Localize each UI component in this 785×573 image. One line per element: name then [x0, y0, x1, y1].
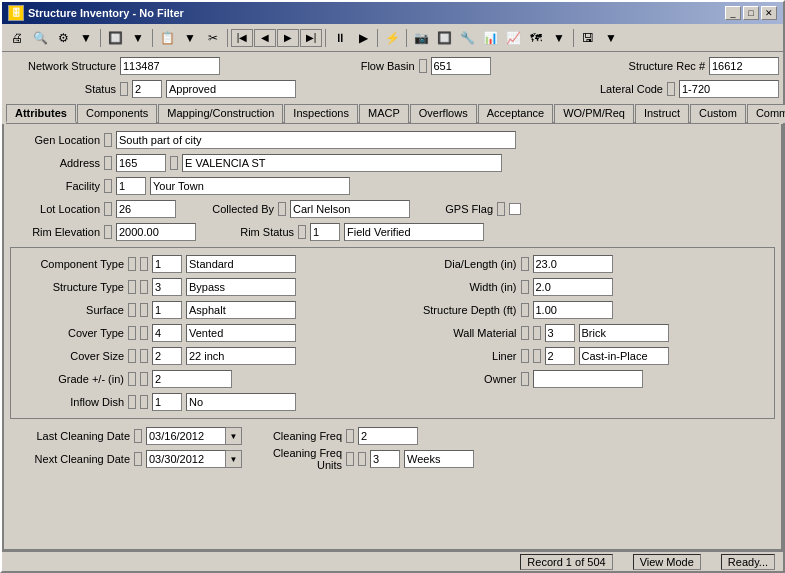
- wall-material-value-input[interactable]: [579, 324, 669, 342]
- cut-button[interactable]: ✂: [202, 27, 224, 49]
- rim-elevation-row: Rim Elevation Rim Status: [10, 222, 775, 242]
- tools-button[interactable]: 🔧: [456, 27, 478, 49]
- maximize-button[interactable]: □: [743, 6, 759, 20]
- map-dropdown-button[interactable]: ▼: [548, 27, 570, 49]
- component-type-num-input[interactable]: [152, 255, 182, 273]
- minimize-button[interactable]: _: [725, 6, 741, 20]
- surface-value-input[interactable]: [186, 301, 296, 319]
- lot-location-input[interactable]: [116, 200, 176, 218]
- liner-num-input[interactable]: [545, 347, 575, 365]
- collected-by-input[interactable]: [290, 200, 410, 218]
- rim-status-value-input[interactable]: [344, 223, 484, 241]
- width-input[interactable]: [533, 278, 613, 296]
- table-button[interactable]: 🔲: [433, 27, 455, 49]
- close-button[interactable]: ✕: [761, 6, 777, 20]
- run-button[interactable]: ▶: [352, 27, 374, 49]
- inflow-dish-num-input[interactable]: [152, 393, 182, 411]
- facility-value-input[interactable]: [150, 177, 350, 195]
- structure-rec-label: Structure Rec #: [615, 60, 705, 72]
- structure-rec-input[interactable]: [709, 57, 779, 75]
- address-street-input[interactable]: [182, 154, 502, 172]
- save-button[interactable]: 🖫: [577, 27, 599, 49]
- pause-button[interactable]: ⏸: [329, 27, 351, 49]
- next-cleaning-input[interactable]: [146, 450, 226, 468]
- facility-label: Facility: [10, 180, 100, 192]
- owner-indicator: [521, 372, 529, 386]
- tab-mapping[interactable]: Mapping/Construction: [158, 104, 283, 123]
- rim-status-num-input[interactable]: [310, 223, 340, 241]
- cover-type-num-input[interactable]: [152, 324, 182, 342]
- status-num-input[interactable]: [132, 80, 162, 98]
- tab-custom[interactable]: Custom: [690, 104, 746, 123]
- tab-wo[interactable]: WO/PM/Req: [554, 104, 634, 123]
- map-button[interactable]: 🗺: [525, 27, 547, 49]
- wall-material-num-input[interactable]: [545, 324, 575, 342]
- gps-flag-checkbox[interactable]: [509, 203, 521, 215]
- grid-dropdown-button[interactable]: ▼: [127, 27, 149, 49]
- main-window: 🗄 Structure Inventory - No Filter _ □ ✕ …: [0, 0, 785, 573]
- copy-button[interactable]: 📋: [156, 27, 178, 49]
- cleaning-freq-input[interactable]: [358, 427, 418, 445]
- inflow-dish-value-input[interactable]: [186, 393, 296, 411]
- settings-button[interactable]: ⚙: [52, 27, 74, 49]
- lateral-code-indicator: [667, 82, 675, 96]
- gen-location-label: Gen Location: [10, 134, 100, 146]
- cover-size-num-input[interactable]: [152, 347, 182, 365]
- last-cleaning-arrow-btn[interactable]: ▼: [226, 427, 242, 445]
- camera-button[interactable]: 📷: [410, 27, 432, 49]
- tab-overflows[interactable]: Overflows: [410, 104, 477, 123]
- owner-input[interactable]: [533, 370, 643, 388]
- cover-size-value-input[interactable]: [186, 347, 296, 365]
- liner-value-input[interactable]: [579, 347, 669, 365]
- tab-comments[interactable]: Comments: [747, 104, 785, 123]
- copy-dropdown-button[interactable]: ▼: [179, 27, 201, 49]
- structure-depth-input[interactable]: [533, 301, 613, 319]
- chart-button[interactable]: 📊: [479, 27, 501, 49]
- surface-num-input[interactable]: [152, 301, 182, 319]
- nav-last-button[interactable]: ▶|: [300, 29, 322, 47]
- right-col: Dia/Length (in) Width (in) Structu: [397, 254, 767, 412]
- tab-components[interactable]: Components: [77, 104, 157, 123]
- network-structure-input[interactable]: [120, 57, 220, 75]
- cover-type-row: Cover Type: [19, 323, 389, 343]
- lightning-button[interactable]: ⚡: [381, 27, 403, 49]
- nav-next-button[interactable]: ▶: [277, 29, 299, 47]
- nav-first-button[interactable]: |◀: [231, 29, 253, 47]
- last-cleaning-input[interactable]: [146, 427, 226, 445]
- address-num-input[interactable]: [116, 154, 166, 172]
- cover-type-value-input[interactable]: [186, 324, 296, 342]
- facility-num-input[interactable]: [116, 177, 146, 195]
- rim-elevation-input[interactable]: [116, 223, 196, 241]
- grade-input[interactable]: [152, 370, 232, 388]
- structure-type-num-input[interactable]: [152, 278, 182, 296]
- tab-attributes[interactable]: Attributes: [6, 104, 76, 123]
- tab-instruct[interactable]: Instruct: [635, 104, 689, 123]
- tab-acceptance[interactable]: Acceptance: [478, 104, 553, 123]
- lateral-code-input[interactable]: [679, 80, 779, 98]
- print-button[interactable]: 🖨: [6, 27, 28, 49]
- gen-location-input[interactable]: [116, 131, 516, 149]
- cleaning-freq-units-num-input[interactable]: [370, 450, 400, 468]
- liner-indicator: [521, 349, 529, 363]
- cleaning-freq-units-value-input[interactable]: [404, 450, 474, 468]
- grid-button[interactable]: 🔲: [104, 27, 126, 49]
- structure-type-value-input[interactable]: [186, 278, 296, 296]
- search-button[interactable]: 🔍: [29, 27, 51, 49]
- surface-row: Surface: [19, 300, 389, 320]
- status-value-input[interactable]: [166, 80, 296, 98]
- wall-material-row: Wall Material: [397, 323, 767, 343]
- flow-basin-input[interactable]: [431, 57, 491, 75]
- graph-button[interactable]: 📈: [502, 27, 524, 49]
- dia-length-input[interactable]: [533, 255, 613, 273]
- next-cleaning-arrow-btn[interactable]: ▼: [226, 450, 242, 468]
- filter-dropdown-button[interactable]: ▼: [75, 27, 97, 49]
- inflow-dish-label: Inflow Dish: [19, 396, 124, 408]
- nav-prev-button[interactable]: ◀: [254, 29, 276, 47]
- flow-basin-indicator: [419, 59, 427, 73]
- component-type-value-input[interactable]: [186, 255, 296, 273]
- attributes-panel: Gen Location Address Facility: [2, 124, 783, 551]
- save-dropdown-button[interactable]: ▼: [600, 27, 622, 49]
- cleaning-freq-units-row: Cleaning Freq Units: [262, 449, 474, 469]
- tab-inspections[interactable]: Inspections: [284, 104, 358, 123]
- tab-macp[interactable]: MACP: [359, 104, 409, 123]
